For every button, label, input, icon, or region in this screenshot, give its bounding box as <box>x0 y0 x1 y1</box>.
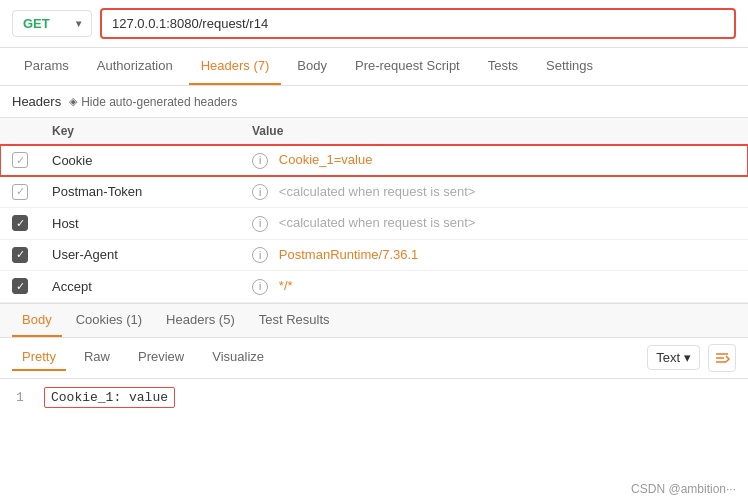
table-row: User-Agent i PostmanRuntime/7.36.1 <box>0 239 748 271</box>
method-label: GET <box>23 16 50 31</box>
headers-label: Headers <box>12 94 61 109</box>
bottom-tab-bar: Body Cookies (1) Headers (5) Test Result… <box>0 304 748 338</box>
resp-tab-visualize[interactable]: Visualize <box>202 344 274 371</box>
row-key: User-Agent <box>52 247 118 262</box>
col-checkbox <box>0 118 40 145</box>
info-icon[interactable]: i <box>252 216 268 232</box>
tab-headers[interactable]: Headers (7) <box>189 48 282 85</box>
table-row: Accept i */* <box>0 271 748 303</box>
row-key: Postman-Token <box>52 184 142 199</box>
format-label: Text <box>656 350 680 365</box>
row-checkbox[interactable] <box>12 184 28 200</box>
row-value-cell: i */* <box>240 271 748 303</box>
row-key-cell: Accept <box>40 271 240 303</box>
url-bar: GET ▾ <box>0 0 748 48</box>
row-key-cell: Cookie <box>40 145 240 177</box>
format-icon <box>714 350 730 366</box>
row-checkbox[interactable] <box>12 215 28 231</box>
row-checkbox[interactable] <box>12 152 28 168</box>
info-icon[interactable]: i <box>252 153 268 169</box>
headers-table: Key Value Cookie i Cookie_1=value <box>0 118 748 303</box>
row-value: PostmanRuntime/7.36.1 <box>279 247 418 262</box>
method-select[interactable]: GET ▾ <box>12 10 92 37</box>
col-value: Value <box>240 118 748 145</box>
watermark: CSDN @ambition··· <box>631 482 736 496</box>
format-select[interactable]: Text ▾ <box>647 345 700 370</box>
line-content: Cookie_1: value <box>44 387 175 408</box>
row-value-cell: i <calculated when request is sent> <box>240 208 748 240</box>
row-key-cell: User-Agent <box>40 239 240 271</box>
col-key: Key <box>40 118 240 145</box>
bottom-tab-test-results[interactable]: Test Results <box>249 304 340 337</box>
line-number: 1 <box>16 390 32 405</box>
tab-authorization[interactable]: Authorization <box>85 48 185 85</box>
row-value: <calculated when request is sent> <box>279 184 476 199</box>
response-line: 1 Cookie_1: value <box>16 387 732 408</box>
tab-tests[interactable]: Tests <box>476 48 530 85</box>
headers-table-container: Key Value Cookie i Cookie_1=value <box>0 118 748 303</box>
row-value-cell: i <calculated when request is sent> <box>240 176 748 208</box>
response-bar: Pretty Raw Preview Visualize Text ▾ <box>0 338 748 379</box>
row-value-cell: i Cookie_1=value <box>240 145 748 177</box>
hide-btn-label: Hide auto-generated headers <box>81 95 237 109</box>
bottom-tab-body[interactable]: Body <box>12 304 62 337</box>
row-key-cell: Postman-Token <box>40 176 240 208</box>
tab-body[interactable]: Body <box>285 48 339 85</box>
info-icon[interactable]: i <box>252 247 268 263</box>
row-checkbox[interactable] <box>12 278 28 294</box>
headers-bar: Headers ◈ Hide auto-generated headers <box>0 86 748 118</box>
chevron-down-icon: ▾ <box>684 350 691 365</box>
tab-params[interactable]: Params <box>12 48 81 85</box>
resp-tab-preview[interactable]: Preview <box>128 344 194 371</box>
info-icon[interactable]: i <box>252 184 268 200</box>
row-key: Accept <box>52 279 92 294</box>
tab-bar: Params Authorization Headers (7) Body Pr… <box>0 48 748 86</box>
table-row: Cookie i Cookie_1=value <box>0 145 748 177</box>
bottom-tab-cookies[interactable]: Cookies (1) <box>66 304 152 337</box>
row-checkbox-cell <box>0 208 40 240</box>
row-key-cell: Host <box>40 208 240 240</box>
chevron-down-icon: ▾ <box>76 18 81 29</box>
info-icon[interactable]: i <box>252 279 268 295</box>
row-checkbox-cell <box>0 271 40 303</box>
bottom-panel: Body Cookies (1) Headers (5) Test Result… <box>0 303 748 416</box>
row-key: Cookie <box>52 153 92 168</box>
row-checkbox-cell <box>0 239 40 271</box>
response-body: 1 Cookie_1: value <box>0 379 748 416</box>
format-button[interactable] <box>708 344 736 372</box>
eye-icon: ◈ <box>69 95 77 108</box>
row-value: Cookie_1=value <box>279 152 373 167</box>
row-key: Host <box>52 216 79 231</box>
resp-tab-pretty[interactable]: Pretty <box>12 344 66 371</box>
row-checkbox-cell <box>0 176 40 208</box>
table-row: Host i <calculated when request is sent> <box>0 208 748 240</box>
url-input[interactable] <box>100 8 736 39</box>
tab-prerequest[interactable]: Pre-request Script <box>343 48 472 85</box>
row-checkbox-cell <box>0 145 40 177</box>
row-value-cell: i PostmanRuntime/7.36.1 <box>240 239 748 271</box>
row-value: */* <box>279 278 293 293</box>
hide-auto-headers-button[interactable]: ◈ Hide auto-generated headers <box>69 95 237 109</box>
table-row: Postman-Token i <calculated when request… <box>0 176 748 208</box>
row-value: <calculated when request is sent> <box>279 215 476 230</box>
bottom-tab-headers[interactable]: Headers (5) <box>156 304 245 337</box>
tab-settings[interactable]: Settings <box>534 48 605 85</box>
row-checkbox[interactable] <box>12 247 28 263</box>
resp-tab-raw[interactable]: Raw <box>74 344 120 371</box>
